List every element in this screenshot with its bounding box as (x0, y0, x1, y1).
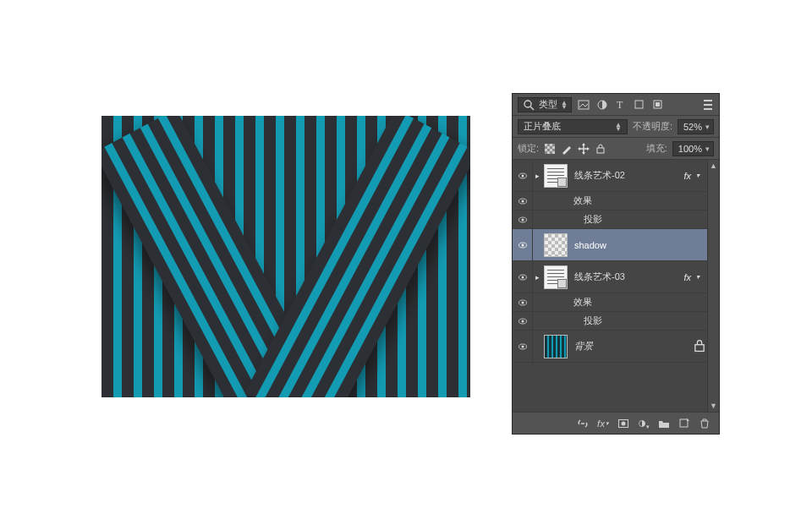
link-icon[interactable] (577, 418, 589, 429)
filter-adjust-icon[interactable] (595, 98, 609, 112)
svg-point-0 (524, 101, 531, 107)
layer-fx-row[interactable]: 效果 (513, 293, 719, 312)
visibility-toggle[interactable] (513, 312, 533, 330)
svg-point-26 (521, 320, 524, 322)
lock-icons (544, 143, 606, 155)
eye-icon (518, 240, 528, 250)
mask-icon[interactable] (617, 418, 629, 429)
visibility-toggle[interactable] (513, 229, 533, 260)
eye-icon (518, 272, 528, 282)
eye-icon (518, 316, 528, 326)
scroll-up-icon[interactable]: ▲ (710, 161, 717, 170)
layer-thumb[interactable] (544, 335, 568, 358)
layers-panel-footer: fx▾ ▾ (513, 412, 719, 434)
blend-mode-select[interactable]: 正片叠底 ▲▼ (518, 119, 628, 134)
layers-filter-row: 类型 ▲▼ T (513, 94, 719, 116)
lock-all-icon[interactable] (595, 143, 606, 155)
filter-shape-icon[interactable] (633, 98, 646, 112)
visibility-toggle[interactable] (513, 293, 533, 311)
eye-icon (518, 215, 528, 225)
fx-menu-icon[interactable]: fx▾ (597, 418, 609, 429)
layer-thumb[interactable] (544, 164, 568, 188)
lock-position-icon[interactable] (578, 143, 590, 155)
svg-rect-12 (597, 148, 604, 153)
layer-filter-label: 类型 (539, 98, 557, 111)
panel-menu-icon[interactable] (702, 97, 714, 112)
artwork-chevron (142, 194, 430, 397)
artwork-canvas (102, 116, 470, 397)
layer-fx-row[interactable]: 投影 (513, 211, 719, 229)
opacity-value: 52% (683, 122, 702, 132)
filter-smart-icon[interactable] (651, 98, 665, 112)
visibility-toggle[interactable] (513, 211, 533, 228)
layer-row[interactable]: ▸ 线条艺术-03 fx ▾ (513, 261, 719, 293)
svg-text:T: T (617, 99, 623, 111)
fx-effect-label: 投影 (580, 213, 707, 226)
scrollbar[interactable]: ▲ ▼ (707, 160, 719, 412)
expand-toggle[interactable]: ▸ (533, 172, 542, 180)
opacity-label: 不透明度: (633, 120, 672, 133)
svg-marker-9 (582, 152, 585, 155)
layer-list: ▸ 线条艺术-02 fx ▾ 效果 投影 (513, 160, 719, 412)
chevron-down-icon: ▾ (705, 123, 710, 131)
lock-pixels-icon[interactable] (561, 143, 573, 155)
filter-text-icon[interactable]: T (614, 98, 628, 112)
layer-name[interactable]: 背景 (571, 340, 692, 353)
scroll-down-icon[interactable]: ▼ (710, 402, 717, 410)
blend-mode-value: 正片叠底 (524, 120, 561, 133)
svg-rect-7 (656, 102, 660, 107)
svg-point-31 (622, 421, 626, 425)
layer-filter-select[interactable]: 类型 ▲▼ (518, 97, 572, 112)
svg-rect-5 (635, 101, 643, 108)
eye-icon (518, 298, 528, 308)
layer-thumb[interactable] (544, 233, 568, 257)
svg-point-24 (521, 301, 524, 304)
filter-image-icon[interactable] (577, 98, 590, 112)
lock-icon (692, 338, 707, 355)
layer-name[interactable]: 线条艺术-03 (571, 271, 683, 283)
group-icon[interactable] (658, 418, 670, 429)
svg-marker-10 (578, 147, 580, 150)
svg-point-16 (521, 200, 524, 202)
layer-row[interactable]: ▸ shadow (513, 229, 719, 261)
opacity-input[interactable]: 52% ▾ (678, 119, 714, 134)
svg-point-20 (521, 243, 524, 246)
expand-toggle[interactable]: ▸ (533, 273, 542, 282)
chevron-down-icon: ▾ (693, 273, 702, 281)
svg-point-28 (521, 345, 524, 347)
eye-icon (518, 171, 528, 181)
new-layer-icon[interactable] (678, 418, 690, 429)
fx-indicator[interactable]: fx ▾ (683, 171, 707, 181)
fx-label: fx (683, 272, 691, 282)
layer-name[interactable]: shadow (571, 240, 707, 250)
lock-label: 锁定: (518, 142, 539, 155)
layer-row[interactable]: ▸ 线条艺术-02 fx ▾ (513, 160, 719, 192)
chevron-down-icon: ▾ (705, 145, 710, 153)
svg-point-22 (521, 276, 524, 278)
layer-fx-row[interactable]: 效果 (513, 192, 719, 211)
layer-thumb[interactable] (544, 265, 568, 289)
adjust-icon[interactable]: ▾ (638, 418, 650, 429)
lock-fill-row: 锁定: 填充: 100% ▾ (513, 138, 719, 160)
trash-icon[interactable] (699, 418, 710, 429)
dropdown-arrows-icon: ▲▼ (561, 101, 568, 109)
visibility-toggle[interactable] (513, 261, 533, 293)
fx-group-label: 效果 (570, 296, 707, 309)
svg-point-14 (521, 174, 524, 177)
layer-fx-row[interactable]: 投影 (513, 312, 719, 331)
svg-rect-33 (680, 419, 688, 427)
dropdown-arrows-icon: ▲▼ (615, 123, 622, 131)
search-icon (522, 98, 535, 112)
layer-name[interactable]: 线条艺术-02 (571, 169, 683, 182)
svg-marker-11 (587, 147, 590, 150)
visibility-toggle[interactable] (513, 160, 533, 191)
fx-effect-label: 投影 (580, 314, 707, 327)
lock-transparent-icon[interactable] (544, 143, 556, 155)
eye-icon (518, 196, 528, 206)
layer-row[interactable]: ▸ 背景 (513, 331, 719, 363)
visibility-toggle[interactable] (513, 192, 533, 210)
fx-indicator[interactable]: fx ▾ (683, 272, 707, 282)
fill-label: 填充: (646, 142, 667, 155)
fill-input[interactable]: 100% ▾ (672, 141, 714, 156)
visibility-toggle[interactable] (513, 331, 533, 362)
